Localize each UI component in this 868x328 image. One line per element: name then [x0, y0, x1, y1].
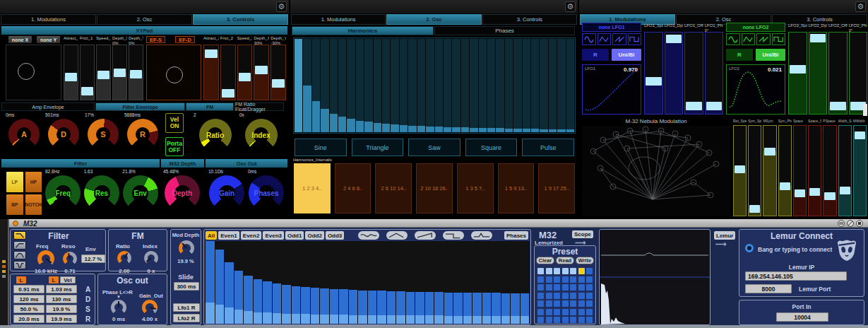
fader-track[interactable] — [220, 45, 236, 100]
preset-slot[interactable] — [586, 293, 593, 299]
preset-slot[interactable] — [554, 317, 560, 323]
fader-LFO2_Spd[interactable]: LFO2_Spd — [788, 23, 807, 115]
preset-slot[interactable] — [546, 284, 552, 291]
harmonic-bar[interactable] — [292, 286, 301, 324]
lfo1-r-button[interactable]: Lfo1 R — [173, 303, 200, 312]
preset-slot[interactable] — [570, 293, 576, 299]
fader-LFO1_Dph[interactable]: LFO1_Dph — [665, 23, 684, 115]
fader-handle[interactable] — [795, 189, 805, 197]
harmonic-bar[interactable] — [303, 39, 311, 132]
tab-amp-envelope[interactable]: Amp Envelope — [1, 102, 95, 111]
preset-slot[interactable] — [546, 300, 552, 307]
fader-track[interactable] — [684, 32, 703, 115]
preset-slot[interactable] — [546, 276, 552, 283]
interval-box[interactable]: 1 2 3 4.. — [294, 163, 331, 213]
harmonic-bar[interactable] — [311, 288, 320, 324]
harmonic-bar[interactable] — [461, 39, 469, 132]
harmonic-bar[interactable] — [434, 292, 444, 324]
xy-pad-1[interactable] — [6, 45, 61, 100]
fader-track[interactable] — [808, 125, 821, 216]
fader-track[interactable] — [665, 32, 684, 115]
harmonic-bar[interactable] — [470, 39, 477, 132]
harmonic-bar[interactable] — [479, 39, 487, 132]
scrollbar-thumb[interactable] — [863, 104, 867, 116]
harmonic-bar[interactable] — [382, 39, 390, 132]
a-knob[interactable]: 0msA — [4, 112, 44, 158]
fader-handle[interactable] — [706, 102, 723, 110]
harmonic-bar[interactable] — [321, 39, 328, 132]
filter-type-hp[interactable]: HP — [25, 172, 42, 192]
preset-slot[interactable] — [570, 317, 576, 323]
harmonic-bar[interactable] — [358, 291, 367, 324]
fold-icon[interactable] — [838, 220, 845, 227]
fader-Attract_2[interactable]: Attract_2 — [203, 35, 219, 100]
harmonic-bar[interactable] — [531, 39, 539, 132]
harmonic-bar[interactable] — [254, 279, 263, 324]
preset-slot[interactable] — [562, 300, 569, 307]
harm-filter-odd2[interactable]: Odd2 — [305, 231, 323, 240]
harmonic-bar[interactable] — [244, 276, 253, 324]
env-amount-box[interactable]: 12.7 % — [81, 254, 105, 263]
vel-button[interactable]: Vel ON — [165, 113, 184, 133]
harmonic-bar[interactable] — [391, 39, 398, 132]
fader-handle[interactable] — [239, 73, 251, 81]
harmonic-bar[interactable] — [417, 39, 425, 132]
index-knob[interactable] — [144, 251, 158, 265]
preset-slot[interactable] — [562, 317, 569, 323]
xy-pad-2[interactable] — [146, 45, 201, 100]
fader-handle[interactable] — [97, 71, 109, 79]
preset-slot[interactable] — [554, 284, 560, 291]
read-button[interactable]: Read — [556, 257, 574, 264]
harmonic-bar[interactable] — [482, 293, 492, 324]
preset-slot[interactable] — [570, 276, 576, 283]
phase-knob[interactable] — [111, 300, 126, 315]
preset-slot[interactable] — [586, 317, 593, 323]
fader-handle[interactable] — [840, 187, 850, 194]
fader-Frict_2[interactable]: Frict_2 — [220, 35, 236, 100]
harmonic-bar[interactable] — [463, 293, 472, 324]
preset-slot[interactable] — [554, 300, 560, 307]
preset-slot[interactable] — [554, 309, 560, 315]
harm-filter-even2[interactable]: Even2 — [241, 231, 262, 240]
tab-harmonics[interactable]: Harmonics — [292, 26, 434, 35]
harmonic-bar[interactable] — [408, 39, 416, 132]
harmonic-bar[interactable] — [338, 39, 346, 132]
fader-track[interactable] — [809, 32, 828, 115]
device-titlebar[interactable]: M32 — [9, 219, 868, 228]
preset-slot[interactable] — [570, 309, 576, 315]
harmonic-bar[interactable] — [368, 291, 377, 324]
write-button[interactable]: Write — [576, 257, 594, 264]
fader-Attract_1[interactable]: Attract_1 — [64, 35, 78, 100]
tab-2-osc[interactable]: 2. Osc — [97, 14, 192, 25]
harmonic-bar[interactable] — [501, 293, 511, 324]
adsr-value-box[interactable]: 130 ms — [46, 295, 77, 303]
fader-track[interactable] — [203, 45, 219, 100]
harmonic-bar[interactable] — [400, 39, 408, 132]
harmonic-bar[interactable] — [374, 39, 381, 132]
r-knob[interactable]: 5888msR — [123, 112, 162, 158]
lfo1-unibi-button[interactable]: Uni/Bi — [612, 49, 641, 61]
fader-PSpace[interactable]: PSpace — [823, 118, 836, 216]
lfo2-retrig-button[interactable]: R — [726, 49, 753, 61]
fader-Depth_Y2[interactable]: Depth_Y2-30% — [270, 35, 286, 100]
adsr-value-box[interactable]: 120 ms — [13, 295, 44, 303]
lemur-button[interactable]: Lemur — [714, 231, 735, 240]
harmonic-bar[interactable] — [444, 293, 453, 324]
harmonic-bar[interactable] — [312, 39, 320, 132]
gain-knob[interactable]: 10.1DbGain — [207, 169, 246, 217]
fader-handle[interactable] — [764, 148, 775, 156]
fader-track[interactable] — [763, 125, 776, 216]
lfo1-source-button[interactable]: none LFO1 — [582, 23, 641, 32]
lemur-ip-field[interactable]: 169.254.146.105 — [745, 271, 847, 281]
gainout-value[interactable]: 4.00 x — [138, 316, 162, 322]
filter-shape-lowpass-icon[interactable] — [13, 231, 26, 240]
harmonic-bar[interactable] — [347, 39, 355, 132]
sine-icon[interactable] — [726, 33, 740, 45]
harmonic-bar[interactable] — [549, 39, 557, 132]
preset-slot[interactable] — [554, 276, 560, 283]
harm-filter-all[interactable]: All — [206, 231, 217, 240]
fader-MWidth[interactable]: MWidth — [853, 118, 867, 216]
fader-track[interactable] — [838, 125, 852, 216]
fader-handle[interactable] — [810, 34, 826, 42]
none-y-button[interactable]: none Y — [37, 36, 60, 43]
